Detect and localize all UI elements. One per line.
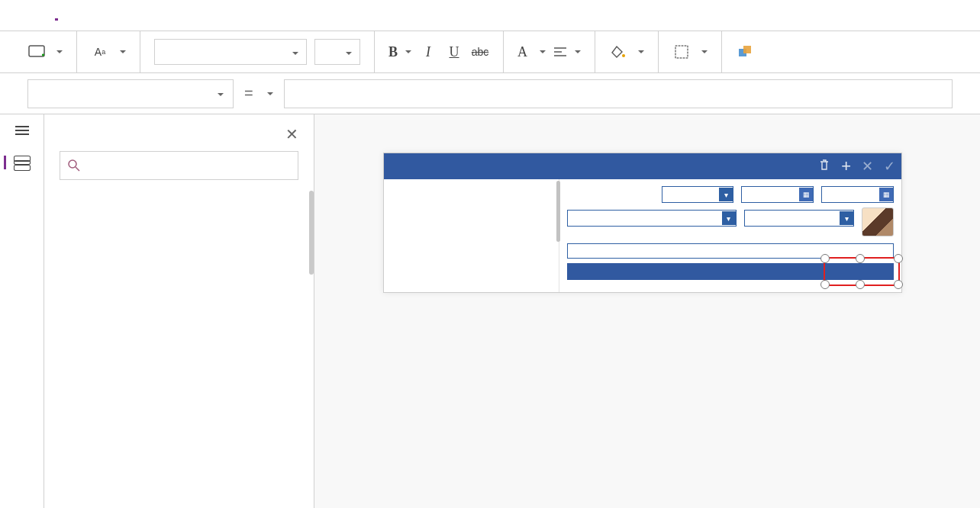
tree-view-rail-button[interactable]: [4, 156, 31, 169]
calendar-icon: ▦: [879, 188, 893, 201]
canvas[interactable]: + ✕ ✓: [314, 114, 980, 508]
theme-button[interactable]: [117, 49, 126, 55]
font-color-button[interactable]: A: [517, 43, 546, 61]
new-screen-button[interactable]: [53, 49, 63, 55]
ribbon: Aa B I U abc A: [0, 31, 980, 73]
font-size-select[interactable]: [314, 39, 360, 65]
reorder-icon: [736, 43, 754, 61]
svg-rect-3: [675, 46, 688, 58]
property-select[interactable]: [27, 79, 234, 108]
strike-button[interactable]: abc: [471, 43, 489, 61]
menu-view[interactable]: [104, 11, 107, 20]
confirm-icon[interactable]: ✓: [884, 158, 895, 175]
underline-button[interactable]: U: [445, 43, 463, 61]
svg-point-1: [622, 54, 625, 57]
selection-outline: [824, 257, 900, 286]
employee-avatar: [862, 207, 894, 236]
calendar-icon: ▦: [799, 188, 813, 201]
border-icon: [672, 43, 691, 61]
tree-scrollbar[interactable]: [309, 191, 314, 275]
fill-icon: [609, 43, 627, 61]
search-icon: [68, 159, 80, 172]
selection-handles[interactable]: [825, 259, 898, 285]
italic-button[interactable]: I: [419, 43, 437, 61]
order-status-select[interactable]: ▾: [662, 186, 734, 203]
formula-input[interactable]: [284, 79, 953, 108]
border-button[interactable]: [698, 49, 708, 55]
order-detail-form: ▾ ▦: [559, 179, 901, 292]
menu-insert[interactable]: [79, 11, 82, 20]
notes-input[interactable]: [567, 243, 894, 259]
formula-bar: =: [0, 73, 980, 114]
main-area: ✕ + ✕ ✓: [0, 114, 980, 508]
app-preview: + ✕ ✓: [383, 153, 902, 293]
font-family-select[interactable]: [154, 39, 307, 65]
line-items-header: [567, 263, 894, 280]
menu-action[interactable]: [128, 11, 131, 20]
orders-scrollbar[interactable]: [556, 181, 560, 242]
bold-button[interactable]: B: [388, 43, 411, 61]
equals-label: =: [244, 85, 253, 102]
theme-icon: Aa: [91, 43, 109, 61]
svg-point-6: [69, 160, 76, 168]
employee-select[interactable]: ▾: [744, 210, 854, 227]
tree-body: [44, 188, 314, 508]
svg-rect-2: [675, 46, 688, 58]
menu-file[interactable]: [31, 11, 34, 20]
chevron-down-icon: ▾: [722, 211, 736, 225]
menu-home[interactable]: [55, 9, 58, 21]
cancel-icon[interactable]: ✕: [862, 158, 873, 175]
left-rail: [0, 114, 44, 508]
order-number-value: [567, 186, 654, 188]
order-date-input[interactable]: ▦: [741, 186, 814, 203]
fill-button[interactable]: [635, 49, 644, 55]
paid-date-input[interactable]: ▦: [821, 186, 894, 203]
new-screen-icon: [27, 43, 46, 61]
orders-list: [384, 179, 559, 292]
svg-rect-5: [743, 46, 751, 53]
app-header: + ✕ ✓: [384, 153, 901, 179]
tree-close-button[interactable]: ✕: [285, 125, 298, 143]
chevron-down-icon: ▾: [840, 211, 853, 225]
hamburger-icon[interactable]: [15, 124, 29, 137]
top-menubar: [0, 0, 980, 31]
layers-icon: [14, 156, 31, 169]
fx-button[interactable]: [264, 91, 273, 97]
tree-search-input[interactable]: [60, 151, 298, 180]
trash-icon[interactable]: [818, 159, 830, 175]
align-button[interactable]: [553, 43, 581, 61]
customer-select[interactable]: ▾: [567, 210, 737, 227]
chevron-down-icon: ▾: [719, 188, 733, 201]
tree-panel: ✕: [44, 114, 314, 508]
